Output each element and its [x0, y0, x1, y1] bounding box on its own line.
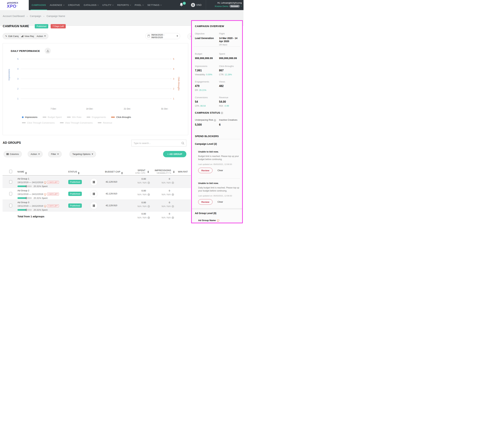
notifications-button[interactable]: 12	[179, 2, 186, 8]
adgroup-name-link[interactable]: Ad Group 1	[17, 177, 29, 180]
legend-impressions[interactable]: Impressions	[22, 116, 38, 118]
spent-label: Spent	[219, 53, 225, 55]
table-row: Ad Group 1 19/11/2019 — 24/12/2019 2 DAY…	[3, 176, 191, 188]
currency-selector[interactable]: $ VND	[191, 3, 202, 7]
table-action-button[interactable]: Action	[28, 151, 43, 157]
search-icon[interactable]	[181, 142, 184, 145]
brand-logo[interactable]: ◀KNOREX XPO™	[0, 0, 29, 10]
nav-item-audience[interactable]: AUDIENCE	[50, 0, 64, 10]
nav-item-campaigns[interactable]: CAMPAIGNS	[32, 0, 46, 10]
nav-item-catalogs[interactable]: CATALOGS	[84, 0, 99, 10]
review-button[interactable]: Review	[198, 168, 213, 173]
legend-view-through-conversions[interactable]: View Through Conversions	[60, 121, 93, 124]
legend-engagements[interactable]: Engagements	[87, 116, 106, 118]
row-checkbox[interactable]	[9, 204, 12, 207]
left-axis-tick: 2	[13, 88, 18, 90]
info-icon[interactable]	[172, 205, 174, 208]
sort-icon[interactable]	[173, 171, 175, 173]
breadcrumb-campaign-name: Campaign Name	[47, 15, 65, 17]
clickthroughs-label: Click-throughs	[219, 65, 234, 67]
sort-icon[interactable]	[78, 172, 80, 174]
filter-button[interactable]: Filter	[48, 151, 62, 157]
adgroup-name-link[interactable]: Ad Group 3	[17, 201, 29, 204]
left-axis-tick: 1	[13, 97, 18, 100]
pause-button[interactable]	[90, 202, 97, 209]
pause-button[interactable]	[90, 190, 97, 198]
header-budget-cap[interactable]: BUDGET CAP	[103, 170, 123, 174]
caret-down-icon	[176, 36, 178, 37]
spend-progress: 20.31% Spent	[17, 208, 48, 211]
breadcrumb-campaign[interactable]: Campaign	[30, 15, 41, 17]
overview-title: CAMPAIGN OVERVIEW	[195, 25, 224, 28]
info-icon[interactable]	[172, 193, 174, 196]
chevron-down-icon	[130, 4, 131, 6]
conversions-label: Conversions	[195, 96, 208, 99]
info-icon[interactable]	[172, 216, 174, 219]
search-input[interactable]	[132, 140, 181, 146]
download-icon	[46, 49, 49, 52]
table-row: Ad Group 3 19/11/2019 — 24/12/2019 5 DAY…	[3, 200, 191, 211]
top-nav: ◀KNOREX XPO™ CAMPAIGNS AUDIENCE CREATIVE…	[0, 0, 243, 10]
ctr-stat: CTR: 12.28%	[219, 73, 232, 76]
select-all-checkbox[interactable]	[9, 170, 12, 173]
inactive-creatives-label: Inactive Creatives	[219, 119, 237, 121]
info-icon[interactable]	[221, 112, 223, 114]
info-icon[interactable]	[147, 205, 150, 208]
nav-item-creative[interactable]: CREATIVE	[68, 0, 80, 10]
blocker-message: Daily budget limit is reached. Please to…	[198, 186, 240, 192]
row-checkbox[interactable]	[9, 192, 12, 195]
sidebar-collapse-button[interactable]	[187, 33, 193, 40]
blocker-last-updated: Last updated on: 05/03/2021, 12:06:50	[198, 195, 232, 197]
sort-icon[interactable]	[25, 172, 27, 174]
header-win-rate[interactable]: WIN RAT	[178, 170, 189, 173]
action-dropdown-button[interactable]: Action	[34, 33, 48, 39]
header-spent[interactable]: SPENT CPM / CPC	[128, 169, 145, 174]
legend-dash-icon	[22, 122, 26, 123]
nav-item-utility[interactable]: UTILITY	[102, 0, 113, 10]
pause-button[interactable]	[90, 178, 97, 186]
legend-win-rate[interactable]: Win Rate	[67, 116, 82, 118]
adgroup-name-link[interactable]: Ad Group 2	[17, 189, 29, 192]
caret-down-icon	[38, 154, 40, 155]
account-name: Knorex Demo	[215, 5, 228, 8]
info-icon[interactable]	[147, 182, 150, 184]
nav-item-settings[interactable]: SETTINGS	[147, 0, 161, 10]
legend-click-through-conversions[interactable]: Click Through Conversions	[22, 121, 55, 124]
right-axis-tickmark	[170, 59, 171, 59]
header-impressions[interactable]: IMPRESSIONS VIEWABILITY %	[151, 169, 171, 174]
header-name[interactable]: NAME	[17, 170, 27, 174]
clear-button[interactable]: Clear	[217, 200, 223, 203]
right-axis-tick: 1	[173, 97, 178, 100]
views-label: Views	[219, 80, 225, 83]
header-status[interactable]: STATUS	[68, 170, 80, 174]
review-button[interactable]: Review	[198, 199, 213, 205]
info-icon[interactable]	[147, 216, 150, 219]
nav-item-pixel[interactable]: PIXEL	[135, 0, 144, 10]
account-line: Knorex Demo Account	[215, 5, 242, 8]
sort-icon[interactable]	[147, 171, 149, 173]
info-icon[interactable]	[214, 119, 216, 121]
clear-button[interactable]: Clear	[217, 169, 223, 172]
row-checkbox[interactable]	[9, 180, 12, 184]
targeting-options-button[interactable]: Targeting Options	[70, 151, 96, 157]
chevron-down-icon	[97, 4, 99, 6]
right-axis-tick: 3	[173, 78, 178, 80]
columns-button[interactable]: Columns	[4, 151, 22, 157]
budget-label: Budget	[195, 53, 202, 55]
legend-budget-spent[interactable]: Budget Spent	[43, 116, 62, 118]
info-icon[interactable]	[172, 182, 174, 184]
nav-item-reports[interactable]: REPORTS	[117, 0, 131, 10]
breadcrumb-account-dashboard[interactable]: Account Dashboard	[3, 15, 24, 17]
user-greeting: Hi, Lehoangbichphuong	[215, 1, 242, 4]
spend-blockers-title: SPEND BLOCKERS	[195, 135, 219, 138]
notification-count-badge: 12	[182, 1, 186, 5]
sort-icon[interactable]	[121, 172, 123, 174]
info-icon[interactable]	[147, 193, 150, 196]
add-adgroup-button[interactable]: + AD GROUP	[163, 151, 186, 157]
legend-revenue[interactable]: Revenue	[98, 121, 112, 124]
date-range-picker[interactable]: 06/04/2020 - 06/05/2020	[145, 33, 180, 39]
download-chart-button[interactable]	[45, 48, 51, 54]
legend-click-throughs[interactable]: Click-throughs	[111, 116, 131, 118]
breadcrumb-separator: »	[43, 15, 45, 17]
user-menu[interactable]: Hi, Lehoangbichphuong Knorex Demo Accoun…	[215, 1, 242, 8]
